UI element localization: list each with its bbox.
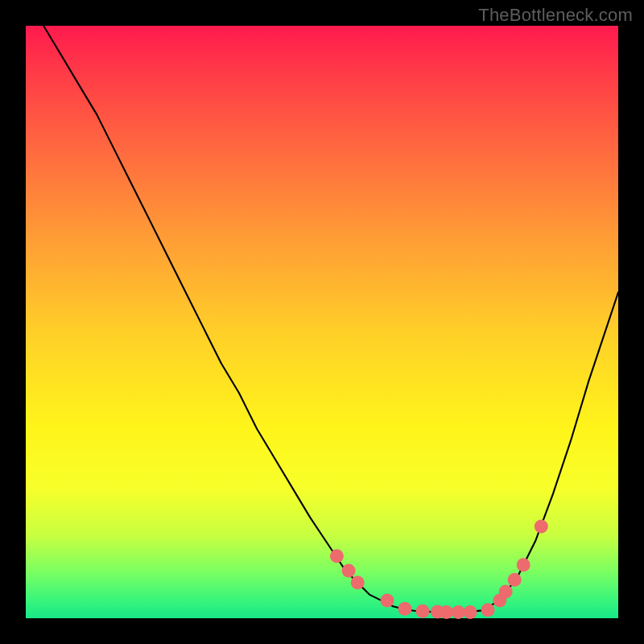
marker-dot — [508, 573, 522, 587]
marker-dot — [464, 605, 477, 619]
marker-dot — [517, 558, 530, 572]
watermark-text: TheBottleneck.com — [478, 5, 633, 26]
marker-dot — [440, 605, 453, 619]
marker-dot — [351, 576, 365, 589]
marker-dot-group — [330, 519, 548, 619]
bottleneck-curve — [43, 26, 618, 613]
marker-dot — [381, 593, 394, 607]
marker-dot — [342, 564, 356, 578]
marker-dot — [535, 519, 548, 533]
chart-plot-area — [26, 26, 618, 618]
bottleneck-chart-svg — [26, 26, 618, 618]
marker-dot — [416, 605, 430, 618]
marker-dot — [481, 603, 495, 617]
marker-dot — [330, 549, 344, 563]
marker-dot — [499, 584, 513, 598]
marker-dot — [398, 602, 412, 616]
marker-dot — [452, 605, 465, 619]
